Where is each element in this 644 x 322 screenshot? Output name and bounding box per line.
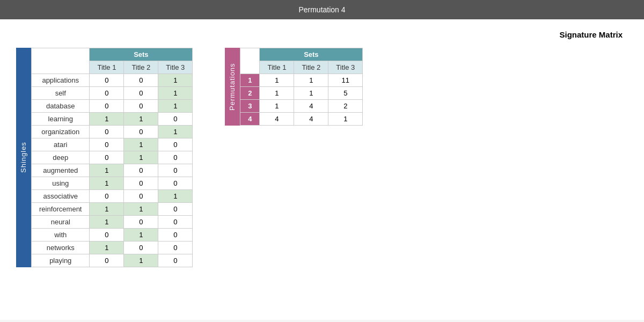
perm-num-1: 2 bbox=[240, 87, 260, 100]
sig-cell-2-0: 1 bbox=[260, 100, 294, 113]
cell-13-0: 1 bbox=[90, 241, 124, 254]
cell-3-1: 1 bbox=[124, 113, 158, 126]
table-row: reinforcement110 bbox=[32, 203, 193, 216]
cell-8-2: 0 bbox=[158, 177, 193, 190]
cell-7-0: 1 bbox=[90, 164, 124, 177]
table-row: augmented100 bbox=[32, 164, 193, 177]
cell-11-0: 1 bbox=[90, 216, 124, 229]
table-row: 3142 bbox=[240, 100, 363, 113]
tables-row: Shingles Sets Title 1Title 2Title 3 appl… bbox=[16, 48, 628, 267]
sets-header-left: Sets bbox=[90, 48, 193, 61]
sig-cell-2-2: 2 bbox=[328, 100, 363, 113]
cell-7-2: 0 bbox=[158, 164, 193, 177]
permutations-label: Permutations bbox=[225, 48, 240, 126]
right-col-header-0: Title 1 bbox=[260, 61, 294, 74]
sig-cell-1-0: 1 bbox=[260, 87, 294, 100]
shingle-label-4: organization bbox=[32, 126, 90, 138]
shingle-label-14: playing bbox=[32, 254, 90, 267]
table-row: using100 bbox=[32, 177, 193, 190]
table-row: neural100 bbox=[32, 216, 193, 229]
shingles-label: Shingles bbox=[16, 48, 31, 267]
cell-4-2: 1 bbox=[158, 126, 193, 138]
shingle-label-13: networks bbox=[32, 241, 90, 254]
cell-9-0: 0 bbox=[90, 190, 124, 203]
cell-5-1: 1 bbox=[124, 138, 158, 151]
shingle-label-8: using bbox=[32, 177, 90, 190]
cell-5-2: 0 bbox=[158, 138, 193, 151]
table-row: organization001 bbox=[32, 126, 193, 138]
table-row: atari010 bbox=[32, 138, 193, 151]
shingle-label-5: atari bbox=[32, 138, 90, 151]
cell-3-2: 0 bbox=[158, 113, 193, 126]
cell-0-2: 1 bbox=[158, 74, 193, 87]
sig-matrix-title: Signature Matrix bbox=[16, 30, 628, 39]
cell-2-1: 0 bbox=[124, 100, 158, 113]
cell-11-2: 0 bbox=[158, 216, 193, 229]
cell-1-0: 0 bbox=[90, 87, 124, 100]
cell-5-0: 0 bbox=[90, 138, 124, 151]
shingle-label-10: reinforcement bbox=[32, 203, 90, 216]
shingle-label-3: learning bbox=[32, 113, 90, 126]
cell-12-0: 0 bbox=[90, 229, 124, 241]
cell-4-1: 0 bbox=[124, 126, 158, 138]
shingle-label-7: augmented bbox=[32, 164, 90, 177]
shingle-label-0: applications bbox=[32, 74, 90, 87]
sig-cell-0-2: 11 bbox=[328, 74, 363, 87]
cell-6-2: 0 bbox=[158, 151, 193, 164]
table-row: 4441 bbox=[240, 113, 363, 126]
cell-0-0: 0 bbox=[90, 74, 124, 87]
cell-4-0: 0 bbox=[90, 126, 124, 138]
table-row: with010 bbox=[32, 229, 193, 241]
cell-1-1: 0 bbox=[124, 87, 158, 100]
cell-9-2: 1 bbox=[158, 190, 193, 203]
table-row: deep010 bbox=[32, 151, 193, 164]
perm-num-3: 4 bbox=[240, 113, 260, 126]
cell-2-0: 0 bbox=[90, 100, 124, 113]
top-bar: Permutation 4 bbox=[0, 0, 644, 19]
cell-11-1: 0 bbox=[124, 216, 158, 229]
cell-12-1: 1 bbox=[124, 229, 158, 241]
sig-cell-1-1: 1 bbox=[294, 87, 328, 100]
cell-2-2: 1 bbox=[158, 100, 193, 113]
right-table-wrapper: Permutations Sets Title 1Title 2Title 3 … bbox=[225, 48, 363, 126]
table-row: database001 bbox=[32, 100, 193, 113]
cell-13-2: 0 bbox=[158, 241, 193, 254]
table-row: associative001 bbox=[32, 190, 193, 203]
cell-14-2: 0 bbox=[158, 254, 193, 267]
perm-num-2: 3 bbox=[240, 100, 260, 113]
shingle-label-11: neural bbox=[32, 216, 90, 229]
cell-12-2: 0 bbox=[158, 229, 193, 241]
shingle-label-2: database bbox=[32, 100, 90, 113]
cell-14-1: 1 bbox=[124, 254, 158, 267]
sig-cell-2-1: 4 bbox=[294, 100, 328, 113]
cell-9-1: 0 bbox=[124, 190, 158, 203]
sig-cell-3-0: 4 bbox=[260, 113, 294, 126]
shingles-matrix-table: Sets Title 1Title 2Title 3 applications0… bbox=[31, 48, 193, 267]
table-row: networks100 bbox=[32, 241, 193, 254]
sig-cell-0-1: 1 bbox=[294, 74, 328, 87]
cell-8-0: 1 bbox=[90, 177, 124, 190]
cell-3-0: 1 bbox=[90, 113, 124, 126]
cell-10-2: 0 bbox=[158, 203, 193, 216]
table-row: applications001 bbox=[32, 74, 193, 87]
table-row: self001 bbox=[32, 87, 193, 100]
right-col-header-1: Title 2 bbox=[294, 61, 328, 74]
sig-cell-3-2: 1 bbox=[328, 113, 363, 126]
shingle-label-12: with bbox=[32, 229, 90, 241]
cell-6-1: 1 bbox=[124, 151, 158, 164]
sig-cell-1-2: 5 bbox=[328, 87, 363, 100]
top-bar-title: Permutation 4 bbox=[298, 5, 345, 14]
table-row: playing010 bbox=[32, 254, 193, 267]
left-col-header-1: Title 2 bbox=[124, 61, 158, 74]
cell-6-0: 0 bbox=[90, 151, 124, 164]
right-col-header-2: Title 3 bbox=[328, 61, 363, 74]
sig-matrix-table: Sets Title 1Title 2Title 3 1111121153142… bbox=[240, 48, 363, 126]
cell-8-1: 0 bbox=[124, 177, 158, 190]
shingle-label-9: associative bbox=[32, 190, 90, 203]
table-row: 2115 bbox=[240, 87, 363, 100]
sig-cell-3-1: 4 bbox=[294, 113, 328, 126]
left-col-header-2: Title 3 bbox=[158, 61, 193, 74]
cell-13-1: 0 bbox=[124, 241, 158, 254]
cell-10-1: 1 bbox=[124, 203, 158, 216]
shingle-label-1: self bbox=[32, 87, 90, 100]
